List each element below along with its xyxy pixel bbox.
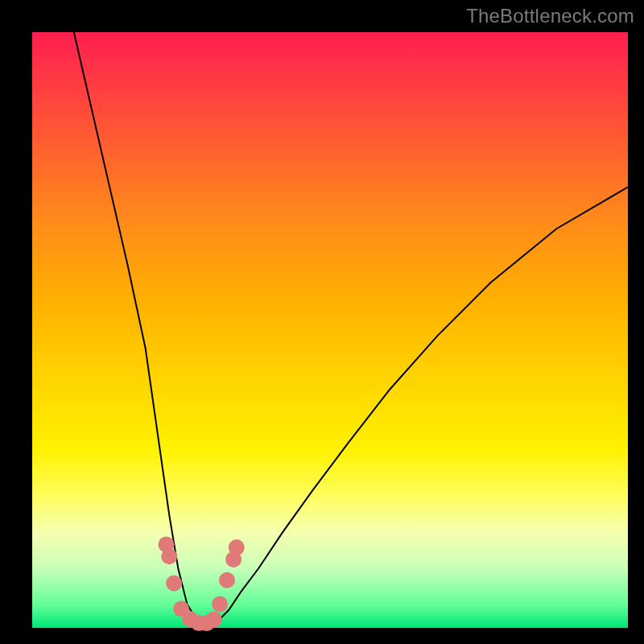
valley-markers: [159, 536, 245, 631]
valley-dot: [212, 596, 228, 612]
valley-dot: [166, 576, 182, 592]
valley-dot: [219, 572, 235, 588]
watermark-text: TheBottleneck.com: [466, 5, 634, 27]
plot-area: [32, 32, 628, 628]
curve-svg: [32, 32, 628, 628]
valley-dot: [229, 539, 245, 555]
valley-dot: [161, 548, 177, 564]
outer-frame: TheBottleneck.com: [0, 0, 644, 644]
bottleneck-curve: [74, 32, 628, 628]
valley-dot: [206, 612, 222, 628]
